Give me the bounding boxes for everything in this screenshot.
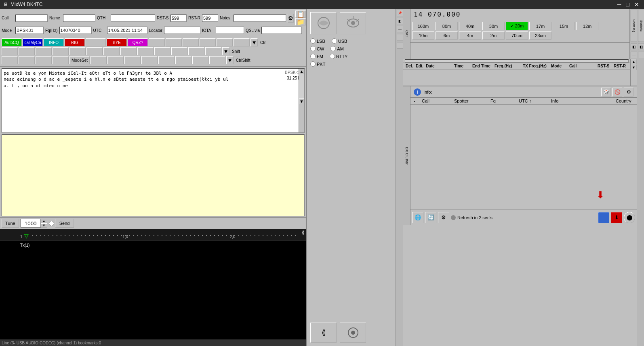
- macro-bye[interactable]: BYE: [107, 38, 127, 46]
- close-button[interactable]: ✕: [633, 1, 641, 8]
- tune-button[interactable]: Tune: [2, 219, 19, 228]
- macro-r3-3[interactable]: [36, 56, 52, 64]
- macro-r2-8[interactable]: [120, 47, 137, 55]
- macro-b10[interactable]: [183, 38, 199, 46]
- band-80m[interactable]: 80m: [436, 22, 458, 30]
- macro-b8[interactable]: [149, 38, 165, 46]
- call-input[interactable]: [15, 15, 48, 22]
- macro-r3-4[interactable]: [53, 56, 69, 64]
- am-radio[interactable]: AM: [330, 46, 344, 51]
- sidebar-btn4[interactable]: [397, 34, 403, 40]
- short-log-btn3[interactable]: —: [631, 52, 637, 58]
- dx-settings-btn2[interactable]: ⚙: [438, 212, 449, 223]
- log-right-scroll[interactable]: ▲ ▼: [630, 59, 637, 86]
- notes-input[interactable]: [234, 15, 286, 22]
- band-70cm[interactable]: 70cm: [506, 31, 528, 40]
- macro-r3-6[interactable]: [90, 56, 107, 64]
- macro-r2-12[interactable]: [188, 47, 204, 55]
- sidebar-btn3[interactable]: —: [397, 26, 403, 32]
- macro-r2-7[interactable]: [103, 47, 120, 55]
- waterfall-maximize-btn[interactable]: ⟪: [302, 230, 305, 235]
- macro-r2-4[interactable]: [53, 47, 69, 55]
- iota-input[interactable]: [216, 27, 244, 34]
- macro-r2-1[interactable]: [2, 47, 18, 55]
- sidebar-pin-btn[interactable]: 📌: [397, 10, 403, 16]
- macro-r2-11[interactable]: [171, 47, 187, 55]
- freq-spinner[interactable]: 1000 ▲ ▼: [21, 219, 47, 228]
- macro-r2-3[interactable]: [36, 47, 52, 55]
- usb-radio[interactable]: USB: [332, 38, 347, 44]
- rstr-input[interactable]: 599: [202, 15, 218, 22]
- macro-r3-2[interactable]: [19, 56, 35, 64]
- pkt-radio[interactable]: PKT: [310, 61, 325, 67]
- qth-input[interactable]: [111, 15, 155, 22]
- lsb-radio[interactable]: LSB: [310, 38, 325, 44]
- macro-b9[interactable]: [166, 38, 182, 46]
- macro-qrz[interactable]: QRZ?: [128, 38, 148, 46]
- macro-r2-9[interactable]: [137, 47, 154, 55]
- qsl-input[interactable]: [261, 27, 302, 34]
- name-input[interactable]: [63, 15, 95, 22]
- send-radio-label[interactable]: Send: [49, 219, 74, 228]
- scroll-up[interactable]: ▲: [299, 69, 304, 74]
- log-scroll-down[interactable]: ▼: [631, 65, 637, 70]
- log-scroll-up[interactable]: ▲: [631, 59, 637, 65]
- utc-input[interactable]: 14.05.2021 11:14: [107, 27, 147, 34]
- macro-dropdown-2[interactable]: ▼: [222, 47, 229, 55]
- scroll-down[interactable]: ▼: [299, 99, 304, 104]
- maximize-button[interactable]: □: [625, 1, 631, 8]
- short-log-tab[interactable]: Short log: [631, 10, 637, 42]
- dx-refresh-btn[interactable]: 🔄: [425, 212, 436, 223]
- band-6m[interactable]: 6m: [436, 31, 458, 40]
- macro-r3-10[interactable]: [158, 56, 175, 64]
- macro-dropdown[interactable]: ▼: [250, 38, 258, 46]
- freq-up[interactable]: ▲: [41, 219, 47, 223]
- macro-r2-13[interactable]: [205, 47, 221, 55]
- mode-settings-button[interactable]: [340, 323, 366, 343]
- macro-b11[interactable]: [200, 38, 216, 46]
- macro-r2-6[interactable]: [86, 47, 103, 55]
- dx-dice-btn[interactable]: 🎲: [601, 88, 611, 96]
- rsts-input[interactable]: 599: [170, 15, 187, 22]
- log-btn2[interactable]: 📁: [295, 18, 306, 25]
- macro-rig[interactable]: RIG: [65, 38, 85, 46]
- freq-down[interactable]: ▼: [41, 223, 47, 228]
- mode-back-button[interactable]: ⟪: [310, 323, 337, 343]
- macro-r3-1[interactable]: [2, 56, 18, 64]
- macro-r2-5[interactable]: [69, 47, 86, 55]
- band-30m[interactable]: 30m: [482, 22, 505, 30]
- statistic-btn3[interactable]: [638, 52, 644, 58]
- send-radio[interactable]: [49, 221, 54, 226]
- freq-value[interactable]: 1000: [21, 219, 41, 228]
- band-2m[interactable]: 2m: [482, 31, 505, 40]
- band-20m[interactable]: ✓ 20m: [506, 22, 528, 30]
- macro-r3-12[interactable]: [192, 56, 208, 64]
- macro-r2-10[interactable]: [154, 47, 170, 55]
- dx-ban-btn[interactable]: 🚫: [612, 88, 622, 96]
- macro-modeset[interactable]: ModeSet: [69, 56, 90, 64]
- macro-r3-11[interactable]: [175, 56, 192, 64]
- macro-r2-2[interactable]: [19, 47, 35, 55]
- macro-autocq[interactable]: AutoCQ: [2, 38, 22, 46]
- statistic-tab[interactable]: Statistic: [638, 10, 644, 42]
- band-10m[interactable]: 10m: [412, 31, 434, 40]
- macro-r3-13[interactable]: [209, 56, 225, 64]
- band-17m[interactable]: 17m: [529, 22, 551, 30]
- band-15m[interactable]: 15m: [553, 22, 575, 30]
- macro-info[interactable]: INFO: [44, 38, 64, 46]
- sidebar-btn2[interactable]: ◧: [397, 18, 403, 24]
- macro-b12[interactable]: [217, 38, 233, 46]
- short-log-btn2[interactable]: ◧: [631, 44, 637, 50]
- macro-r3-8[interactable]: [124, 56, 141, 64]
- mode-icon-2[interactable]: [340, 12, 366, 34]
- waterfall-canvas[interactable]: Tx(1): [0, 241, 306, 340]
- sidebar-btn5[interactable]: [397, 42, 403, 48]
- macro-r3-7[interactable]: [107, 56, 124, 64]
- log-scroll-track[interactable]: [405, 59, 629, 63]
- macro-dropdown-3[interactable]: ▼: [226, 56, 234, 64]
- band-12m[interactable]: 12m: [576, 22, 598, 30]
- band-4m[interactable]: 4m: [459, 31, 481, 40]
- cw-radio[interactable]: CW: [310, 46, 324, 51]
- statistic-btn2[interactable]: ◧: [638, 44, 644, 50]
- rtty-radio[interactable]: RTTY: [330, 54, 348, 59]
